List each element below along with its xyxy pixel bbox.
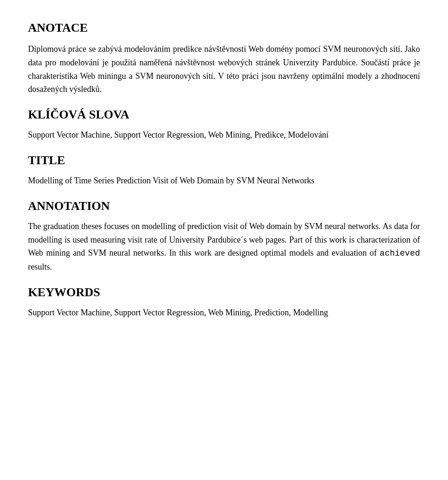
annotation-text-before-achieved: The graduation theses focuses on modelli… [28,222,420,258]
annotation-paragraph: The graduation theses focuses on modelli… [28,220,420,274]
annotation-text-after-achieved: results. [28,262,52,271]
title-content: Modelling of Time Series Prediction Visi… [28,174,420,188]
achieved-word: achieved [380,249,420,258]
klicova-slova-list: Support Vector Machine, Support Vector R… [28,128,420,142]
title-heading: TITLE [28,151,420,169]
anotace-heading: ANOTACE [28,19,420,37]
klicova-slova-heading: KLÍČOVÁ SLOVA [28,105,420,124]
annotation-heading: ANNOTATION [28,197,420,215]
keywords-heading: KEYWORDS [28,283,420,301]
anotace-paragraph: Diplomová práce se zabývá modelováním pr… [28,42,420,96]
keywords-list: Support Vector Machine, Support Vector R… [28,306,420,320]
